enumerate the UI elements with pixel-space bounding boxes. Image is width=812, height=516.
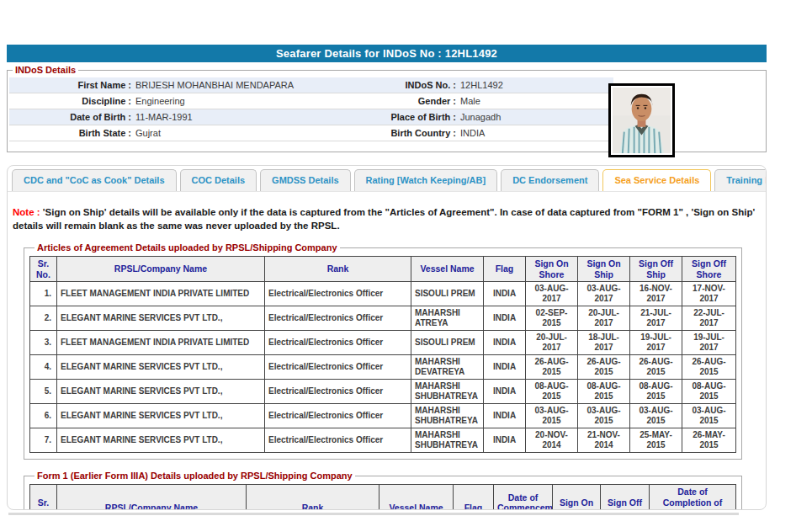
table-cell: SISOULI PREM xyxy=(411,331,484,355)
column-header: RPSL/Company Name xyxy=(57,485,247,510)
tab-bar: CDC and "CoC as Cook" DetailsCOC Details… xyxy=(8,166,766,192)
table-cell: Electrical/Electronics Officer xyxy=(265,380,411,404)
detail-row: Discipline :EngineeringGender :Male xyxy=(9,93,613,109)
tab-dc-endorsement[interactable]: DC Endorsement xyxy=(501,169,599,191)
column-header: Sign Off Ship xyxy=(630,257,682,282)
table-cell: 16-NOV-2017 xyxy=(630,282,682,306)
table-cell: Electrical/Electronics Officer xyxy=(265,331,411,355)
table-cell: 26-AUG-2015 xyxy=(578,355,630,380)
table-cell: MAHARSHI SHUBHATREYA xyxy=(411,404,484,428)
field-value: 12HL1492 xyxy=(456,80,613,90)
table-row: 2.ELEGANT MARINE SERVICES PVT LTD.,Elect… xyxy=(30,306,736,331)
table-cell: 1. xyxy=(30,282,57,306)
indos-details-fieldset: INDoS Details First Name :BRIJESH MOHANB… xyxy=(7,65,767,152)
detail-row: Date of Birth :11-MAR-1991Place of Birth… xyxy=(9,109,613,125)
table-cell: 26-AUG-2015 xyxy=(682,355,736,380)
table-cell: 20-JUL-2017 xyxy=(578,306,630,331)
table-cell: 26-AUG-2015 xyxy=(630,355,682,380)
indos-details-legend: INDoS Details xyxy=(13,65,78,75)
tab-gmdss-details[interactable]: GMDSS Details xyxy=(260,169,350,191)
table-row: 4.ELEGANT MARINE SERVICES PVT LTD.,Elect… xyxy=(30,355,736,380)
form1-details-table: Sr. No.RPSL/Company NameRankVessel NameF… xyxy=(29,484,736,510)
table-cell: ELEGANT MARINE SERVICES PVT LTD., xyxy=(57,355,265,380)
table-header-row: Sr. No.RPSL/Company NameRankVessel NameF… xyxy=(30,485,736,510)
table-cell: ELEGANT MARINE SERVICES PVT LTD., xyxy=(57,428,265,453)
table-cell: INDIA xyxy=(484,380,526,404)
field-value: Gujrat xyxy=(131,128,357,138)
table-cell: 25-MAY-2015 xyxy=(630,428,682,453)
field-value: 11-MAR-1991 xyxy=(131,112,357,122)
field-label: Place of Birth : xyxy=(357,112,456,122)
tab-training-details[interactable]: Training Details xyxy=(714,169,767,191)
seafarer-photo xyxy=(608,83,675,157)
column-header: Sr. No. xyxy=(30,485,57,510)
table-cell: 3. xyxy=(30,331,57,355)
table-cell: 03-AUG-2015 xyxy=(526,404,578,428)
table-cell: 08-AUG-2015 xyxy=(630,380,682,404)
articles-of-agreement-fieldset: Articles of Agreement Details uploaded b… xyxy=(24,242,742,460)
table-cell: 19-JUL-2017 xyxy=(630,331,682,355)
column-header: Sr. No. xyxy=(30,257,57,282)
form1-details-fieldset: Form 1 (Earlier Form IIIA) Details uploa… xyxy=(24,471,742,510)
table-cell: 6. xyxy=(30,404,57,428)
table-cell: 02-SEP-2015 xyxy=(526,306,578,331)
column-header: Sign Off Ship xyxy=(601,485,650,510)
note-prefix: Note : xyxy=(13,207,43,217)
table-cell: 21-JUL-2017 xyxy=(630,306,682,331)
column-header: Rank xyxy=(265,257,411,282)
bottom-divider xyxy=(8,513,739,515)
field-value: BRIJESH MOHANBHAI MENDAPARA xyxy=(131,80,357,90)
table-cell: 26-AUG-2015 xyxy=(526,355,578,380)
table-cell: 03-AUG-2015 xyxy=(630,404,682,428)
table-cell: MAHARSHI ATREYA xyxy=(411,306,484,331)
table-cell: Electrical/Electronics Officer xyxy=(265,306,411,331)
tab-sea-service-details[interactable]: Sea Service Details xyxy=(602,169,711,191)
table-cell: SISOULI PREM xyxy=(411,282,484,306)
column-header: Date of Completion of Contract/Arriving … xyxy=(650,485,736,510)
table-cell: FLEET MANAGEMENT INDIA PRIVATE LIMITED xyxy=(57,282,265,306)
table-cell: 2. xyxy=(30,306,57,331)
detail-row: First Name :BRIJESH MOHANBHAI MENDAPARAI… xyxy=(9,77,613,93)
note-body: 'Sign on Ship' details will be available… xyxy=(13,207,755,231)
field-label: Gender : xyxy=(357,96,456,106)
content-panel: CDC and "CoC as Cook" DetailsCOC Details… xyxy=(7,165,767,510)
table-cell: Electrical/Electronics Officer xyxy=(265,428,411,453)
column-header: Flag xyxy=(454,485,494,510)
table-cell: 17-NOV-2017 xyxy=(682,282,736,306)
table-cell: 08-AUG-2015 xyxy=(526,380,578,404)
table-cell: 7. xyxy=(30,428,57,453)
table-cell: FLEET MANAGEMENT INDIA PRIVATE LIMITED xyxy=(57,331,265,355)
table-cell: 26-MAY-2015 xyxy=(682,428,736,453)
table-cell: Electrical/Electronics Officer xyxy=(265,355,411,380)
table-cell: ELEGANT MARINE SERVICES PVT LTD., xyxy=(57,380,265,404)
table-cell: 19-JUL-2017 xyxy=(682,331,736,355)
table-cell: 4. xyxy=(30,355,57,380)
table-cell: 08-AUG-2015 xyxy=(682,380,736,404)
field-value: Junagadh xyxy=(456,112,613,122)
table-cell: MAHARSHI DEVATREYA xyxy=(411,355,484,380)
column-header: Sign On Ship xyxy=(553,485,601,510)
table-cell: Electrical/Electronics Officer xyxy=(265,404,411,428)
field-label: Birth Country : xyxy=(357,128,456,138)
tab-coc-details[interactable]: COC Details xyxy=(180,169,257,191)
tab-cdc-and-coc-as-cook-details[interactable]: CDC and "CoC as Cook" Details xyxy=(12,169,177,191)
column-header: Flag xyxy=(484,257,526,282)
column-header: Sign Off Shore xyxy=(682,257,736,282)
table-cell: 20-NOV-2014 xyxy=(526,428,578,453)
table-row: 5.ELEGANT MARINE SERVICES PVT LTD.,Elect… xyxy=(30,380,736,404)
column-header: Sign On Shore xyxy=(526,257,578,282)
field-label: Birth State : xyxy=(9,128,131,138)
field-label: Date of Birth : xyxy=(9,112,131,122)
detail-row: Birth State :GujratBirth Country :INDIA xyxy=(9,125,613,141)
seafarer-photo-image xyxy=(613,88,671,153)
column-header: Sign On Ship xyxy=(578,257,630,282)
table-header-row: Sr. No.RPSL/Company NameRankVessel NameF… xyxy=(30,257,736,282)
tab-rating-watch-keeping-ab[interactable]: Rating [Watch Keeping/AB] xyxy=(354,169,498,191)
table-row: 7.ELEGANT MARINE SERVICES PVT LTD.,Elect… xyxy=(30,428,736,453)
table-cell: INDIA xyxy=(484,404,526,428)
field-value: INDIA xyxy=(456,128,613,138)
table-cell: 08-AUG-2015 xyxy=(578,380,630,404)
table-row: 6.ELEGANT MARINE SERVICES PVT LTD.,Elect… xyxy=(30,404,736,428)
articles-of-agreement-legend: Articles of Agreement Details uploaded b… xyxy=(34,242,340,253)
table-cell: 03-AUG-2017 xyxy=(526,282,578,306)
